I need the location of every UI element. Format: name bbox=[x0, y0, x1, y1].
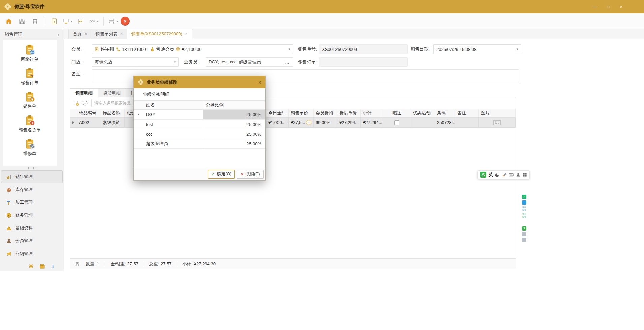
night-mode-icon[interactable] bbox=[495, 173, 500, 177]
sidebar-item-basic-data[interactable]: 基础资料 bbox=[1, 222, 63, 234]
toolbox-grid-icon[interactable] bbox=[523, 173, 527, 177]
window-close-button[interactable]: × bbox=[620, 4, 622, 9]
column-header[interactable]: 条码 bbox=[435, 109, 455, 117]
store-combobox[interactable]: 海珠总店 ▾ bbox=[92, 57, 179, 67]
ime-toolbar[interactable]: S 英 bbox=[477, 170, 530, 179]
tab-sales-ticket[interactable]: 销售单(XS001250729009) × bbox=[127, 29, 192, 39]
sales-order-icon bbox=[24, 67, 35, 79]
print-button[interactable]: ▾ bbox=[108, 15, 118, 27]
gift-checkbox[interactable] bbox=[394, 120, 399, 125]
sales-ticket-icon: ¥ bbox=[24, 91, 35, 102]
keyboard-icon[interactable] bbox=[509, 173, 514, 177]
grid-statusbar: 数量: 1 金/银重: 27.57 总重: 27.57 小计: ¥27,294.… bbox=[70, 258, 516, 269]
sidebar-item-sales-management[interactable]: 销售管理 bbox=[1, 170, 63, 183]
tab-home[interactable]: 首页 × bbox=[68, 29, 91, 39]
shortcut-sales-order[interactable]: 销售订单 bbox=[21, 67, 38, 86]
tab-sales-detail[interactable]: 销售明细 bbox=[70, 88, 98, 97]
column-header[interactable]: 图片 bbox=[479, 109, 516, 117]
member-name: 许宇翔 bbox=[101, 46, 114, 52]
titlebar: 傲蓝•珠宝软件 — □ × bbox=[0, 0, 644, 13]
tab-exchange-detail[interactable]: 换货明细 bbox=[98, 88, 126, 97]
close-tab-icon[interactable]: × bbox=[85, 32, 87, 36]
dialog-cell-ratio[interactable]: 25.00% bbox=[203, 120, 265, 129]
dialog-cell-ratio[interactable]: 25.00% bbox=[203, 129, 265, 139]
sogou-logo-icon[interactable]: S bbox=[480, 172, 486, 178]
dialog-row[interactable]: ccc 25.00% bbox=[134, 129, 265, 139]
user-icon[interactable] bbox=[516, 173, 520, 177]
close-document-button[interactable]: × bbox=[121, 16, 130, 26]
ok-button[interactable]: ✓ 确定(O) bbox=[208, 170, 235, 179]
dialog-column-name[interactable]: 姓名 bbox=[134, 101, 203, 109]
blue-status-icon[interactable] bbox=[522, 200, 526, 205]
order-no-field[interactable]: XS001250729009 bbox=[319, 44, 408, 54]
antivirus-check-icon[interactable]: ✓ bbox=[522, 195, 526, 199]
column-header[interactable]: 销售单价 bbox=[289, 109, 314, 117]
package-icon[interactable] bbox=[39, 264, 45, 269]
skin-brush-icon[interactable] bbox=[502, 173, 506, 177]
dialog-cell-ratio[interactable]: 25.00% bbox=[203, 110, 265, 119]
close-tab-icon[interactable]: × bbox=[185, 32, 188, 36]
dialog-row[interactable]: DGY 25.00% bbox=[134, 110, 265, 120]
row-expander[interactable] bbox=[70, 118, 77, 127]
column-header[interactable]: 优惠活动 bbox=[411, 109, 435, 117]
salesman-more-button[interactable]: … bbox=[284, 60, 290, 65]
edit-performance-button[interactable]: ··· bbox=[306, 120, 311, 125]
column-header[interactable]: 备注 bbox=[455, 109, 479, 117]
more-actions-button[interactable]: ▾ bbox=[88, 15, 99, 27]
member-combobox[interactable]: 许宇翔 18111210001 普通会员 ¥ ¥2,100.00 ▾ bbox=[92, 44, 293, 54]
pos-device-button[interactable]: ▾ bbox=[62, 15, 73, 27]
chevron-down-icon[interactable]: ▾ bbox=[174, 60, 176, 64]
kpi-button[interactable]: KPI bbox=[75, 15, 86, 27]
check-icon: ✓ bbox=[211, 172, 215, 177]
sidebar-item-member-management[interactable]: 会员管理 bbox=[1, 234, 63, 247]
dialog-titlebar[interactable]: 业务员业绩修改 × bbox=[134, 76, 265, 88]
column-header[interactable]: 赠送 bbox=[383, 109, 411, 117]
dialog-column-ratio[interactable]: 分摊比例 bbox=[203, 101, 265, 109]
dialog-footer: ✓ 确定(O) × 取消(C) bbox=[134, 168, 265, 180]
chevron-down-icon[interactable]: ▾ bbox=[288, 47, 290, 51]
shortcut-sales-return[interactable]: 销售退货单 bbox=[19, 114, 41, 133]
cancel-button[interactable]: × 取消(C) bbox=[237, 170, 264, 179]
dialog-close-icon[interactable]: × bbox=[258, 79, 261, 85]
column-header[interactable]: 今日金/... bbox=[266, 109, 289, 117]
dialog-cell-ratio[interactable]: 25.00% bbox=[203, 139, 265, 148]
more-options-icon[interactable]: ⋮ bbox=[51, 264, 55, 269]
settings-gear-icon[interactable] bbox=[28, 264, 34, 269]
column-header[interactable]: 饰品编号 bbox=[77, 109, 100, 117]
sidebar-splitter[interactable] bbox=[0, 167, 64, 169]
sidebar-item-marketing-management[interactable]: 营销管理 bbox=[1, 247, 63, 260]
sidebar-item-inventory-management[interactable]: 库存管理 bbox=[1, 183, 63, 196]
payment-doc-button[interactable]: ¥ bbox=[49, 15, 60, 27]
column-header[interactable]: 小计 bbox=[361, 109, 383, 117]
salesman-field[interactable]: DGY; test; ccc; 超级管理员 … bbox=[206, 57, 293, 67]
image-placeholder-icon[interactable] bbox=[493, 120, 501, 125]
add-item-button[interactable] bbox=[73, 100, 79, 106]
maximize-button[interactable]: □ bbox=[607, 4, 610, 9]
collapse-sidebar-icon[interactable]: ‹ bbox=[57, 32, 59, 37]
sogou-mini-icon[interactable]: S bbox=[522, 226, 526, 231]
widget-icon[interactable] bbox=[522, 232, 526, 236]
chevron-down-icon[interactable]: ▾ bbox=[516, 47, 518, 51]
ime-language-indicator[interactable]: 英 bbox=[489, 172, 493, 178]
column-header[interactable]: 折后单价 bbox=[337, 109, 361, 117]
sales-order-field[interactable] bbox=[319, 57, 408, 67]
dialog-row[interactable]: 超级管理员 25.00% bbox=[134, 139, 265, 149]
home-button[interactable] bbox=[3, 15, 14, 27]
minimize-button[interactable]: — bbox=[593, 4, 597, 9]
dialog-row[interactable]: test 25.00% bbox=[134, 120, 265, 129]
sidebar-item-processing-management[interactable]: 加工管理 bbox=[1, 196, 63, 209]
save-button[interactable] bbox=[17, 15, 27, 27]
shortcut-network-order[interactable]: 网络订单 bbox=[21, 44, 38, 62]
column-header[interactable]: 会员折扣 bbox=[314, 109, 337, 117]
close-tab-icon[interactable]: × bbox=[120, 32, 123, 36]
sidebar-item-finance-management[interactable]: ¥ 财务管理 bbox=[1, 209, 63, 222]
column-header[interactable]: 饰品名称 bbox=[100, 109, 125, 117]
delete-button[interactable] bbox=[30, 15, 40, 27]
remove-item-button[interactable] bbox=[82, 100, 88, 106]
cell-remark bbox=[455, 118, 479, 127]
widget-icon[interactable] bbox=[522, 238, 526, 242]
tab-sales-list[interactable]: 销售单列表 × bbox=[91, 29, 127, 39]
shortcut-repair-ticket[interactable]: 维修单 bbox=[23, 138, 36, 157]
shortcut-sales-ticket[interactable]: ¥ 销售单 bbox=[23, 91, 36, 109]
sale-date-picker[interactable]: 2025/07/29 15:08:08 ▾ bbox=[433, 44, 521, 54]
